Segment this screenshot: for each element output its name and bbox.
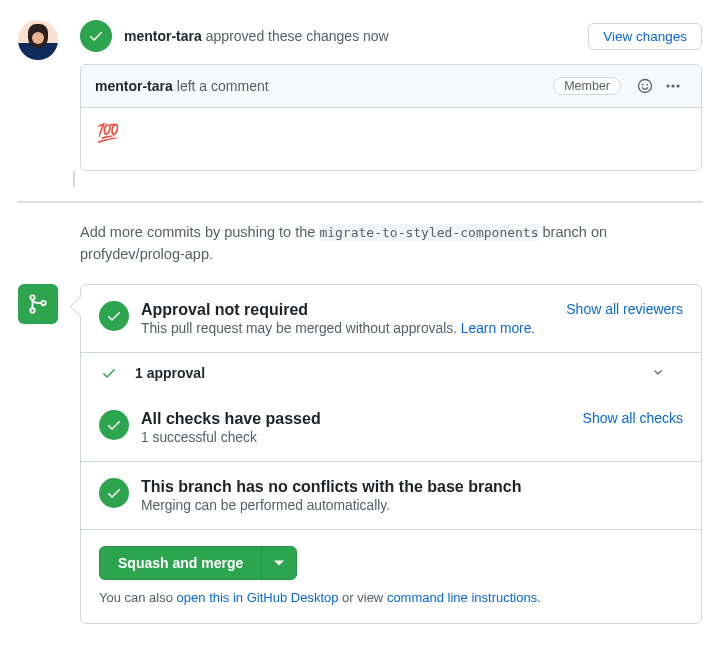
- squash-and-merge-button[interactable]: Squash and merge: [99, 546, 262, 580]
- timeline-divider: [18, 201, 702, 203]
- avatar[interactable]: [18, 20, 58, 60]
- check-icon: [99, 410, 129, 440]
- approval-count-label: 1 approval: [135, 365, 205, 381]
- chevron-down-icon: [651, 365, 683, 382]
- repo-name: profydev/prolog-app: [80, 246, 209, 262]
- svg-point-7: [30, 308, 34, 312]
- approved-check-icon: [80, 20, 112, 52]
- review-author[interactable]: mentor-tara: [124, 28, 202, 44]
- learn-more-link[interactable]: Learn more.: [461, 321, 535, 336]
- approval-subtitle: This pull request may be merged without …: [141, 321, 558, 336]
- checks-subtitle: 1 successful check: [141, 430, 575, 445]
- comment-action-text: left a comment: [177, 78, 269, 94]
- svg-point-8: [41, 301, 45, 305]
- approval-title: Approval not required: [141, 301, 558, 319]
- view-changes-button[interactable]: View changes: [588, 23, 702, 50]
- approval-section: Approval not required This pull request …: [81, 285, 701, 352]
- git-merge-icon: [18, 284, 58, 324]
- comment-header: mentor-tara left a comment Member: [81, 65, 701, 108]
- svg-point-4: [671, 84, 674, 87]
- comment-body: 💯: [81, 108, 701, 170]
- show-all-reviewers-link[interactable]: Show all reviewers: [566, 301, 683, 317]
- merge-hint: You can also open this in GitHub Desktop…: [99, 590, 683, 605]
- svg-point-6: [30, 295, 34, 299]
- branch-name: migrate-to-styled-components: [319, 224, 538, 241]
- svg-point-3: [666, 84, 669, 87]
- checks-section: All checks have passed 1 successful chec…: [81, 394, 701, 461]
- command-line-instructions-link[interactable]: command line instructions: [387, 590, 537, 605]
- conflicts-title: This branch has no conflicts with the ba…: [141, 478, 683, 496]
- merge-action-section: Squash and merge You can also open this …: [81, 529, 701, 623]
- check-icon: [99, 478, 129, 508]
- caret-down-icon: [274, 558, 284, 568]
- check-icon: [101, 365, 117, 381]
- push-hint: Add more commits by pushing to the migra…: [80, 221, 702, 266]
- comment-box: mentor-tara left a comment Member 💯: [80, 64, 702, 171]
- kebab-menu-icon[interactable]: [659, 75, 687, 97]
- conflicts-section: This branch has no conflicts with the ba…: [81, 461, 701, 529]
- svg-point-2: [646, 84, 648, 86]
- merge-method-dropdown-button[interactable]: [262, 546, 297, 580]
- open-in-desktop-link[interactable]: open this in GitHub Desktop: [177, 590, 339, 605]
- conflicts-subtitle: Merging can be performed automatically.: [141, 498, 683, 513]
- review-action-text: approved these changes now: [206, 28, 389, 44]
- add-reaction-icon[interactable]: [631, 75, 659, 97]
- svg-point-1: [642, 84, 644, 86]
- svg-point-5: [676, 84, 679, 87]
- approval-count-row[interactable]: 1 approval: [81, 352, 701, 394]
- member-badge: Member: [553, 77, 621, 95]
- merge-panel: Approval not required This pull request …: [80, 284, 702, 624]
- checks-title: All checks have passed: [141, 410, 575, 428]
- check-icon: [99, 301, 129, 331]
- comment-author[interactable]: mentor-tara: [95, 78, 173, 94]
- show-all-checks-link[interactable]: Show all checks: [583, 410, 683, 426]
- svg-point-0: [639, 80, 652, 93]
